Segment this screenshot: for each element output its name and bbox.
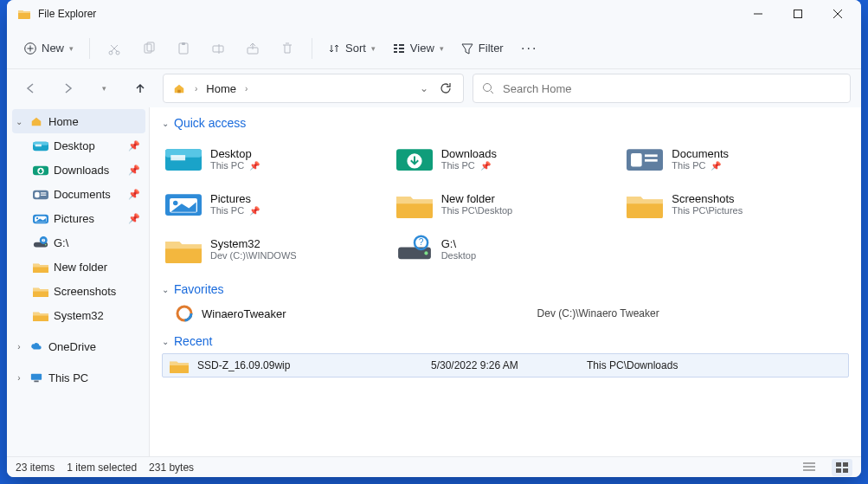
filter-button[interactable]: Filter [454, 33, 511, 64]
refresh-button[interactable] [434, 76, 458, 100]
delete-button[interactable] [272, 33, 303, 64]
svg-rect-8 [213, 46, 223, 52]
tree-item-documents[interactable]: Documents📌 [24, 182, 145, 206]
svg-rect-55 [843, 462, 848, 467]
desktop-icon [33, 139, 48, 152]
search-box[interactable] [473, 74, 851, 103]
pin-icon: 📌 [249, 206, 260, 216]
forward-button[interactable] [54, 74, 81, 102]
details-view-button[interactable] [799, 459, 820, 476]
svg-rect-16 [177, 90, 181, 94]
nav-tree[interactable]: ⌄ Home Desktop📌Downloads📌Documents📌Pictu… [7, 107, 150, 456]
quick-access-desktop[interactable]: DesktopThis PC📌 [162, 137, 388, 180]
tree-item-system32[interactable]: System32 [24, 303, 145, 327]
address-bar[interactable]: › Home › ⌄ [163, 74, 464, 103]
tree-item-screenshots[interactable]: Screenshots [24, 279, 145, 303]
svg-rect-15 [399, 51, 404, 53]
svg-rect-43 [645, 154, 658, 157]
content-pane[interactable]: ⌄ Quick access DesktopThis PC📌DownloadsT… [150, 107, 861, 456]
minimize-button[interactable] [738, 0, 778, 28]
zip-icon [170, 358, 189, 373]
pin-icon: 📌 [128, 165, 140, 176]
recent-header[interactable]: ⌄ Recent [150, 331, 861, 352]
expand-icon[interactable]: › [14, 342, 24, 352]
folder-icon [33, 285, 48, 298]
svg-rect-26 [41, 194, 46, 195]
window-title: File Explorer [38, 8, 96, 20]
pin-icon: 📌 [249, 161, 260, 171]
pin-icon: 📌 [128, 140, 140, 152]
quick-access-new-folder[interactable]: New folderThis PC\Desktop [393, 182, 619, 225]
svg-rect-13 [399, 44, 404, 46]
svg-rect-14 [399, 48, 404, 49]
pictures-icon [33, 212, 48, 225]
item-count: 23 items [16, 461, 55, 474]
quick-access-pictures[interactable]: PicturesThis PC📌 [162, 182, 388, 225]
cut-button[interactable] [99, 33, 130, 64]
pin-icon: 📌 [128, 213, 140, 224]
svg-rect-25 [41, 192, 46, 193]
folder-icon [33, 261, 48, 274]
chevron-down-icon: ⌄ [162, 119, 169, 128]
svg-rect-54 [836, 462, 841, 467]
favorites-header[interactable]: ⌄ Favorites [150, 279, 861, 300]
recent-item[interactable]: SSD-Z_16.09.09wip5/30/2022 9:26 AMThis P… [162, 353, 849, 378]
home-crumb[interactable] [169, 82, 190, 94]
documents-icon [627, 140, 663, 177]
overflow-button[interactable]: ··· [514, 33, 545, 64]
search-icon [482, 82, 494, 94]
folder-icon [396, 185, 433, 222]
chevron-down-icon: ⌄ [162, 285, 169, 294]
share-button[interactable] [237, 33, 268, 64]
titlebar[interactable]: File Explorer [7, 0, 861, 28]
view-button[interactable]: View▾ [386, 33, 451, 64]
address-dropdown-button[interactable]: ⌄ [418, 82, 430, 94]
svg-rect-57 [843, 468, 848, 473]
svg-point-31 [45, 243, 47, 245]
svg-text:?: ? [418, 237, 423, 247]
downloads-icon [396, 140, 433, 177]
svg-rect-34 [31, 374, 42, 380]
quick-access-downloads[interactable]: DownloadsThis PC📌 [393, 137, 619, 180]
search-input[interactable] [503, 82, 841, 95]
quick-access-g-[interactable]: ?G:\Desktop [393, 227, 619, 270]
tree-item-g-[interactable]: ?G:\ [24, 230, 145, 255]
tree-item-downloads[interactable]: Downloads📌 [24, 158, 145, 182]
desktop-icon [165, 140, 202, 177]
tree-home[interactable]: ⌄ Home [12, 109, 145, 133]
quick-access-header[interactable]: ⌄ Quick access [150, 113, 861, 133]
svg-point-49 [424, 251, 428, 255]
downloads-icon [33, 164, 48, 177]
favorite-item[interactable]: WinaeroTweakerDev (C:)\Winaero Tweaker [150, 300, 861, 331]
up-button[interactable] [126, 74, 154, 102]
back-button[interactable] [17, 74, 45, 102]
expand-icon[interactable]: › [14, 373, 24, 383]
collapse-icon[interactable]: ⌄ [14, 117, 24, 126]
maximize-button[interactable] [778, 0, 818, 28]
sort-button[interactable]: Sort▾ [321, 33, 383, 64]
svg-point-29 [36, 217, 38, 219]
selection-count: 1 item selected [67, 461, 137, 474]
svg-rect-11 [394, 48, 397, 49]
quick-access-system32[interactable]: System32Dev (C:)\WINDOWS [162, 227, 388, 270]
status-bar: 23 items 1 item selected 231 bytes [7, 456, 861, 477]
tree-item-new-folder[interactable]: New folder [24, 255, 145, 279]
close-button[interactable] [818, 0, 858, 28]
tree-onedrive[interactable]: › OneDrive [12, 334, 145, 358]
documents-icon [33, 188, 48, 201]
quick-access-documents[interactable]: DocumentsThis PC📌 [623, 137, 849, 180]
paste-button[interactable] [168, 33, 199, 64]
drive-icon: ? [396, 230, 433, 267]
quick-access-screenshots[interactable]: ScreenshotsThis PC\Pictures [623, 182, 849, 225]
tree-item-desktop[interactable]: Desktop📌 [24, 133, 145, 158]
file-explorer-window: File Explorer New ▾ Sort▾ View▾ Filter [7, 0, 861, 477]
copy-button[interactable] [133, 33, 164, 64]
chevron-down-icon: ▾ [69, 44, 74, 53]
rename-button[interactable] [203, 33, 234, 64]
tree-thispc[interactable]: › This PC [12, 365, 145, 390]
svg-rect-20 [35, 144, 42, 146]
tree-item-pictures[interactable]: Pictures📌 [24, 206, 145, 230]
recent-locations-button[interactable]: ▾ [90, 74, 118, 102]
large-icons-view-button[interactable] [832, 459, 852, 476]
new-button[interactable]: New ▾ [17, 33, 80, 64]
